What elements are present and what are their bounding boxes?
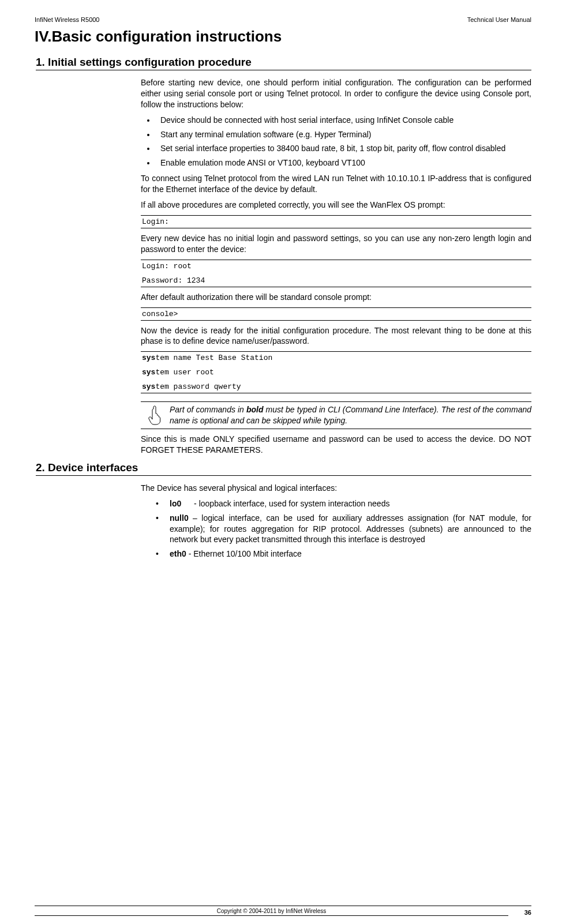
list-item: Device should be connected with host ser… bbox=[156, 115, 531, 126]
paragraph: Now the device is ready for the initial … bbox=[141, 325, 531, 347]
paragraph: After default authorization there will b… bbox=[141, 292, 531, 303]
code-bold: sys bbox=[142, 368, 155, 377]
note-block: Part of commands in bold must be typed i… bbox=[141, 401, 531, 429]
iface-name: lo0 bbox=[170, 499, 181, 508]
doc-header-right: Technical User Manual bbox=[467, 16, 531, 23]
paragraph: The Device has several physical and logi… bbox=[141, 483, 531, 494]
list-item: Enable emulation mode ANSI or VT100, key… bbox=[156, 157, 531, 168]
list-item: null0 – logical interface, can be used f… bbox=[156, 513, 531, 546]
page-footer: Copyright © 2004-2011 by InfiNet Wireles… bbox=[35, 906, 531, 922]
paragraph: Every new device has no initial login an… bbox=[141, 233, 531, 255]
note-bold-word: bold bbox=[246, 405, 264, 414]
code-prompt: Login: bbox=[141, 215, 531, 228]
code-command: system name Test Base Station bbox=[141, 351, 531, 363]
code-command: system password qwerty bbox=[141, 381, 531, 393]
code-rest: tem name Test Base Station bbox=[155, 354, 272, 362]
code-prompt: console> bbox=[141, 307, 531, 321]
iface-desc: - loopback interface, used for system in… bbox=[192, 499, 389, 508]
code-prompt: Password: 1234 bbox=[141, 274, 531, 287]
note-text-part: Part of commands in bbox=[170, 405, 246, 414]
code-rest: tem password qwerty bbox=[155, 382, 241, 391]
list-item: Set serial interface properties to 38400… bbox=[156, 143, 531, 154]
section-2-title: 2. Device interfaces bbox=[36, 461, 531, 476]
page-number: 36 bbox=[508, 909, 531, 916]
section-1-title: 1. Initial settings configuration proced… bbox=[36, 56, 531, 70]
iface-name: eth0 bbox=[170, 549, 186, 558]
code-bold: sys bbox=[142, 382, 155, 391]
bullet-list: Device should be connected with host ser… bbox=[156, 115, 531, 169]
doc-header: InfiNet Wireless R5000 Technical User Ma… bbox=[35, 16, 531, 23]
paragraph: If all above procedures are completed co… bbox=[141, 200, 531, 211]
note-text: Part of commands in bold must be typed i… bbox=[170, 404, 531, 426]
code-command: system user root bbox=[141, 367, 531, 378]
list-item: lo0 - loopback interface, used for syste… bbox=[156, 498, 531, 509]
code-rest: tem user root bbox=[155, 368, 213, 377]
code-prompt: Login: root bbox=[141, 260, 531, 271]
code-bold: sys bbox=[142, 354, 155, 362]
interface-list: lo0 - loopback interface, used for syste… bbox=[156, 498, 531, 559]
paragraph: To connect using Telnet protocol from th… bbox=[141, 173, 531, 195]
paragraph: Since this is made ONLY specified userna… bbox=[141, 434, 531, 456]
list-item: eth0 - Ethernet 10/100 Mbit interface bbox=[156, 549, 531, 559]
chapter-title: IV.Basic configuration instructions bbox=[35, 28, 531, 46]
hand-icon bbox=[141, 404, 170, 425]
iface-desc: - Ethernet 10/100 Mbit interface bbox=[186, 549, 302, 558]
list-item: Start any terminal emulation software (e… bbox=[156, 129, 531, 140]
doc-header-left: InfiNet Wireless R5000 bbox=[35, 16, 100, 23]
iface-name: null0 bbox=[170, 513, 189, 523]
paragraph: Before starting new device, one should p… bbox=[141, 77, 531, 110]
iface-desc: – logical interface, can be used for aux… bbox=[170, 513, 531, 544]
copyright: Copyright © 2004-2011 by InfiNet Wireles… bbox=[35, 908, 508, 916]
